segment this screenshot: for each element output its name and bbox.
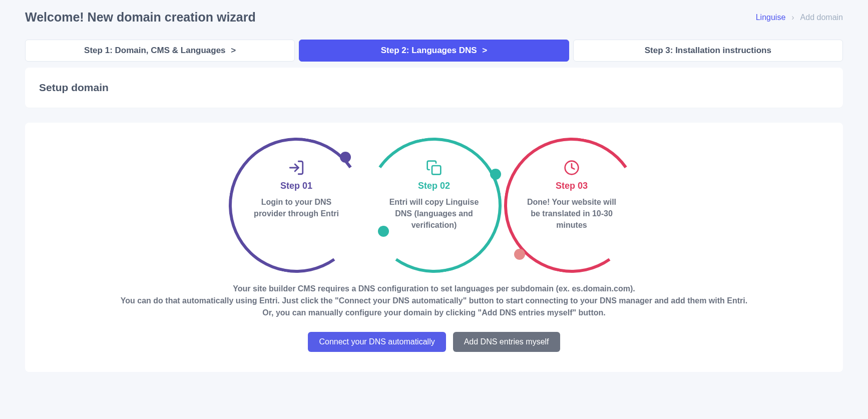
clock-icon [522,158,622,178]
step-tab-1[interactable]: Step 1: Domain, CMS & Languages > [25,40,295,62]
login-icon [246,158,346,178]
explain-line-2: You can do that automatically using Entr… [40,295,828,307]
svg-rect-1 [432,166,441,174]
connect-dns-button[interactable]: Connect your DNS automatically [308,332,446,352]
explain-text: Your site builder CMS requires a DNS con… [40,283,828,319]
diagram-step-2: Step 02 Entri will copy Linguise DNS (la… [384,158,484,231]
step-tab-3[interactable]: Step 3: Installation instructions [573,40,843,62]
steps-diagram: Step 01 Login to your DNS provider throu… [229,138,639,273]
dot-icon [490,169,501,180]
breadcrumb-root-link[interactable]: Linguise [756,13,786,22]
diagram-step-2-label: Step 02 [384,181,484,191]
diagram-step-3-label: Step 03 [522,181,622,191]
diagram-step-1-desc: Login to your DNS provider through Entri [246,196,346,219]
add-dns-manual-button[interactable]: Add DNS entries myself [453,332,560,352]
wizard-steps: Step 1: Domain, CMS & Languages > Step 2… [25,40,843,62]
diagram-step-1: Step 01 Login to your DNS provider throu… [246,158,346,219]
diagram-step-3-desc: Done! Your website will be translated in… [522,196,622,231]
copy-icon [384,158,484,178]
step-tab-3-label: Step 3: Installation instructions [645,46,771,55]
chevron-right-icon: > [231,46,236,55]
setup-card: Setup domain [25,68,843,108]
breadcrumb-current: Add domain [800,13,843,22]
breadcrumb: Linguise › Add domain [756,13,843,22]
page-title: Welcome! New domain creation wizard [25,10,256,25]
step-tab-2-label: Step 2: Languages DNS [381,46,477,55]
step-tab-2[interactable]: Step 2: Languages DNS > [299,40,569,62]
step-tab-1-label: Step 1: Domain, CMS & Languages [84,46,225,55]
diagram-step-3: Step 03 Done! Your website will be trans… [522,158,622,231]
diagram-step-1-label: Step 01 [246,181,346,191]
explain-line-3: Or, you can manually configure your doma… [40,307,828,319]
main-card: Step 01 Login to your DNS provider throu… [25,123,843,372]
chevron-right-icon: > [482,46,487,55]
setup-card-title: Setup domain [39,82,829,94]
chevron-right-icon: › [791,13,794,22]
explain-line-1: Your site builder CMS requires a DNS con… [40,283,828,295]
dot-icon [514,249,525,260]
diagram-step-2-desc: Entri will copy Linguise DNS (languages … [384,196,484,231]
